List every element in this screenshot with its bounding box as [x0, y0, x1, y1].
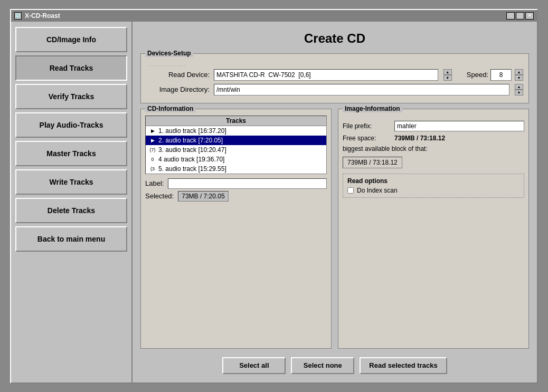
maximize-button[interactable]: □: [516, 12, 524, 20]
label-label: Label:: [145, 179, 164, 187]
main-content: CD/Image Info Read Tracks Verify Tracks …: [11, 22, 537, 383]
free-space-label: Free space:: [343, 135, 390, 142]
do-index-scan-row: Do Index scan: [347, 187, 519, 194]
sidebar-item-master-tracks[interactable]: Master Tracks: [15, 141, 127, 166]
titlebar-title: X-CD-Roast: [25, 12, 60, 20]
speed-down-button[interactable]: ▼: [515, 75, 523, 81]
track-icon-3: (7): [149, 146, 156, 154]
biggest-block-label: biggest available block of that:: [343, 145, 524, 152]
track-icon-5: (3: [149, 165, 156, 173]
sidebar-item-label: CD/Image Info: [46, 35, 96, 44]
image-dir-spinner: ▲ ▼: [515, 84, 523, 95]
read-device-down-button[interactable]: ▼: [443, 75, 452, 81]
titlebar-buttons: □ □ ✕: [506, 12, 534, 20]
sidebar-item-cd-image-info[interactable]: CD/Image Info: [15, 27, 127, 52]
speed-group: Speed: ▲ ▼: [467, 69, 523, 81]
do-index-scan-checkbox[interactable]: [347, 187, 354, 194]
titlebar-left: 💿 X-CD-Roast: [14, 12, 60, 20]
close-button[interactable]: ✕: [525, 12, 534, 20]
track-text-5: 5. audio track [15:29.55]: [158, 165, 226, 173]
label-row: Label:: [145, 178, 327, 189]
speed-spinner: ▲ ▼: [515, 69, 523, 81]
free-space-value: 739MB / 73:18.12: [394, 135, 445, 142]
file-prefix-label: File prefix:: [343, 122, 390, 130]
biggest-block-value: 739MB / 73:18.12: [343, 157, 402, 168]
read-device-up-button[interactable]: ▲: [443, 69, 452, 75]
read-options-section: Read options Do Index scan: [343, 174, 524, 198]
track-text-1: 1. audio track [16:37.20]: [158, 127, 226, 135]
sidebar-item-play-audio-tracks[interactable]: Play Audio-Tracks: [15, 112, 127, 138]
sidebar-item-verify-tracks[interactable]: Verify Tracks: [15, 84, 127, 109]
track-text-2: 2. audio track [7:20.05]: [158, 137, 223, 144]
dots-decoration: · · · · · · · · · · · · ·: [148, 63, 185, 69]
read-device-label: Read Device:: [146, 71, 210, 79]
free-space-row: Free space: 739MB / 73:18.12: [343, 135, 524, 142]
file-prefix-row: File prefix:: [343, 121, 524, 131]
sidebar-item-label: Write Tracks: [49, 178, 93, 186]
track-row-3[interactable]: (7) 3. audio track [10:20.47]: [146, 145, 326, 155]
selected-row: Selected: 73MB / 7:20.05: [145, 191, 327, 202]
lower-section: CD-Information Tracks ▶ 1. audio track […: [140, 109, 529, 349]
image-info-label: Image-Information: [343, 105, 402, 112]
app-icon: 💿: [14, 12, 22, 20]
track-row-4[interactable]: 0 4 audio track [19:36.70]: [146, 155, 326, 164]
sidebar-item-label: Master Tracks: [46, 149, 96, 158]
sidebar-item-label: Back to main menu: [37, 235, 105, 243]
track-text-3: 3. audio track [10:20.47]: [158, 146, 226, 154]
main-window: 💿 X-CD-Roast □ □ ✕ CD/Image Info Read Tr…: [10, 9, 538, 384]
sidebar-item-back-to-main[interactable]: Back to main menu: [15, 226, 127, 252]
sidebar-item-read-tracks[interactable]: Read Tracks: [15, 55, 127, 81]
speed-label: Speed:: [467, 71, 488, 79]
do-index-scan-label: Do Index scan: [357, 187, 398, 194]
image-dir-input[interactable]: [214, 84, 509, 95]
sidebar-item-label: Verify Tracks: [49, 92, 94, 101]
minimize-button[interactable]: □: [506, 12, 515, 20]
cd-info-label: CD-Information: [145, 105, 195, 112]
track-text-4: 4 audio track [19:36.70]: [158, 156, 224, 163]
right-panel: Create CD Devices-Setup · · · · · · · · …: [133, 22, 537, 383]
sidebar-item-label: Delete Tracks: [48, 206, 95, 215]
sidebar: CD/Image Info Read Tracks Verify Tracks …: [11, 22, 133, 383]
tracks-header: Tracks: [146, 116, 326, 126]
sidebar-item-label: Read Tracks: [50, 64, 93, 72]
cd-info-section: CD-Information Tracks ▶ 1. audio track […: [140, 109, 332, 349]
page-title: Create CD: [140, 27, 529, 48]
read-options-label: Read options: [347, 177, 519, 185]
selected-label: Selected:: [145, 192, 174, 200]
track-icon-4: 0: [149, 156, 156, 163]
track-icon-1: ▶: [149, 127, 156, 135]
read-device-spinner: ▲ ▼: [443, 69, 452, 81]
tracks-list[interactable]: Tracks ▶ 1. audio track [16:37.20] ▶ 2. …: [145, 116, 327, 174]
sidebar-item-label: Play Audio-Tracks: [40, 121, 103, 129]
select-none-button[interactable]: Select none: [291, 357, 354, 374]
track-icon-2: ▶: [149, 137, 156, 144]
image-info-section: Image-Information File prefix: Free spac…: [338, 109, 529, 349]
sidebar-item-delete-tracks[interactable]: Delete Tracks: [15, 198, 127, 223]
read-selected-tracks-button[interactable]: Read selected tracks: [360, 357, 447, 374]
speed-up-button[interactable]: ▲: [515, 69, 523, 75]
image-dir-down-button[interactable]: ▼: [515, 90, 523, 95]
read-device-input[interactable]: [214, 69, 438, 81]
selected-value: 73MB / 7:20.05: [178, 191, 228, 202]
devices-setup-label: Devices-Setup: [145, 50, 193, 57]
bottom-buttons: Select all Select none Read selected tra…: [140, 354, 529, 377]
file-prefix-input[interactable]: [394, 121, 524, 131]
label-input[interactable]: [168, 178, 327, 189]
track-row-2[interactable]: ▶ 2. audio track [7:20.05]: [146, 136, 326, 145]
titlebar: 💿 X-CD-Roast □ □ ✕: [11, 10, 537, 22]
sidebar-item-write-tracks[interactable]: Write Tracks: [15, 169, 127, 195]
image-dir-label: Image Directory:: [146, 85, 210, 93]
track-row-1[interactable]: ▶ 1. audio track [16:37.20]: [146, 126, 326, 136]
image-dir-row: Image Directory: ▲ ▼: [146, 84, 523, 95]
read-device-row: Read Device: ▲ ▼ Speed: ▲ ▼: [146, 69, 523, 81]
speed-input[interactable]: [490, 69, 512, 81]
image-dir-up-button[interactable]: ▲: [515, 84, 523, 90]
track-row-5[interactable]: (3 5. audio track [15:29.55]: [146, 164, 326, 174]
devices-setup-section: Devices-Setup · · · · · · · · · · · · · …: [140, 53, 529, 103]
select-all-button[interactable]: Select all: [222, 357, 286, 374]
